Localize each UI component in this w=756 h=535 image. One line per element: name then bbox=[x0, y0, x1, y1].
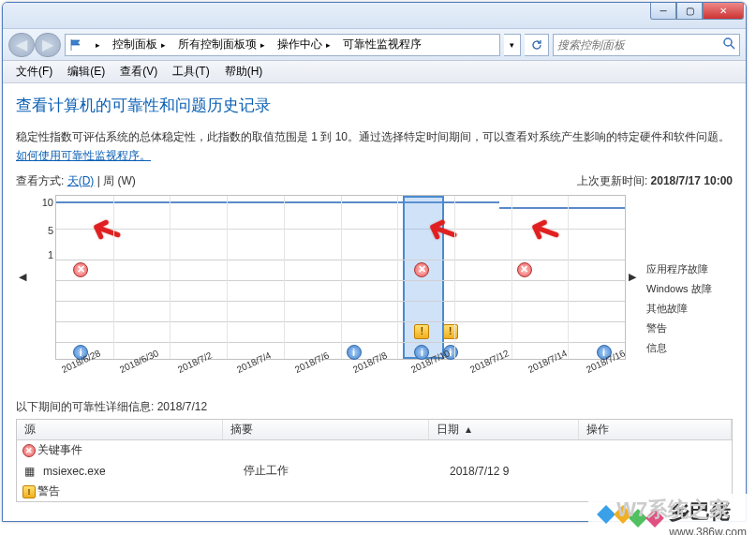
svg-point-0 bbox=[724, 38, 732, 46]
address-bar: ◀ ▶ ▸ 控制面板▸ 所有控制面板项▸ 操作中心▸ 可靠性监视程序 ▾ bbox=[3, 29, 746, 61]
close-button[interactable]: ✕ bbox=[703, 3, 744, 20]
menu-edit[interactable]: 编辑(E) bbox=[60, 62, 112, 82]
view-row: 查看方式: 天(D) | 周 (W) 上次更新时间: 2018/7/17 10:… bbox=[16, 173, 733, 189]
watermark: W7系统之家 乡巴佬 www.386w.com bbox=[588, 494, 756, 535]
menu-tools[interactable]: 工具(T) bbox=[165, 62, 216, 82]
breadcrumb-item[interactable]: 控制面板▸ bbox=[107, 35, 172, 55]
table-header[interactable]: 源 摘要 日期 ▴ 操作 bbox=[17, 420, 732, 440]
scroll-left[interactable]: ◀ bbox=[16, 195, 29, 360]
page-title: 查看计算机的可靠性和问题历史记录 bbox=[16, 95, 733, 116]
reliability-chart[interactable]: ✕ ✕ ✕ ! ! i i i i i ➜ bbox=[55, 195, 626, 360]
app-icon: ▦ bbox=[21, 465, 37, 478]
last-update: 上次更新时间: 2018/7/17 10:00 bbox=[577, 173, 733, 189]
content-area: 查看计算机的可靠性和问题历史记录 稳定性指数可评估系统的总体稳定性，此指数的取值… bbox=[3, 83, 746, 519]
warning-icon: ! bbox=[21, 485, 37, 498]
flag-icon bbox=[66, 38, 86, 52]
menu-view[interactable]: 查看(V) bbox=[112, 62, 165, 82]
details-header: 以下期间的可靠性详细信息: 2018/7/12 bbox=[16, 399, 733, 415]
warning-icon[interactable]: ! bbox=[414, 324, 429, 339]
refresh-button[interactable] bbox=[525, 34, 549, 56]
window-controls: ─ ▢ ✕ bbox=[650, 3, 744, 20]
warning-icon[interactable]: ! bbox=[443, 324, 458, 339]
col-date[interactable]: 日期 ▴ bbox=[429, 420, 579, 439]
address-dropdown[interactable]: ▾ bbox=[504, 34, 521, 56]
table-row[interactable]: ▦ msiexec.exe 停止工作 2018/7/12 9 bbox=[17, 461, 732, 482]
titlebar[interactable]: ─ ▢ ✕ bbox=[3, 3, 746, 29]
menu-help[interactable]: 帮助(H) bbox=[217, 62, 271, 82]
view-mode: 查看方式: 天(D) | 周 (W) bbox=[16, 173, 136, 189]
breadcrumb-item[interactable]: 所有控制面板项▸ bbox=[172, 35, 272, 55]
group-critical[interactable]: ✕ 关键事件 bbox=[17, 440, 732, 461]
table-body[interactable]: ✕ 关键事件 ▦ msiexec.exe 停止工作 2018/7/12 9 ! … bbox=[17, 440, 732, 501]
minimize-button[interactable]: ─ bbox=[650, 3, 676, 20]
row-labels: 应用程序故障 Windows 故障 其他故障 警告 信息 bbox=[639, 195, 733, 360]
annotation-arrow: ➜ bbox=[83, 204, 130, 259]
trend-line bbox=[499, 207, 625, 209]
x-axis: 2018/6/28 2018/6/30 2018/7/2 2018/7/4 20… bbox=[42, 360, 626, 388]
maximize-button[interactable]: ▢ bbox=[676, 3, 703, 20]
error-icon[interactable]: ✕ bbox=[73, 262, 88, 277]
y-axis: 10 5 1 bbox=[29, 195, 55, 360]
col-summary[interactable]: 摘要 bbox=[223, 420, 429, 439]
error-icon[interactable]: ✕ bbox=[414, 262, 429, 277]
info-icon[interactable]: i bbox=[347, 345, 362, 360]
breadcrumb-item[interactable]: ▸ bbox=[86, 35, 107, 55]
menu-bar: 文件(F) 编辑(E) 查看(V) 工具(T) 帮助(H) bbox=[3, 61, 746, 83]
breadcrumb-item[interactable]: 可靠性监视程序 bbox=[337, 35, 428, 55]
back-button[interactable]: ◀ bbox=[8, 33, 35, 57]
breadcrumb[interactable]: ▸ 控制面板▸ 所有控制面板项▸ 操作中心▸ 可靠性监视程序 bbox=[65, 34, 500, 56]
details-table: 源 摘要 日期 ▴ 操作 ✕ 关键事件 ▦ msiexec.exe 停止工作 2… bbox=[16, 419, 733, 502]
sort-indicator: ▴ bbox=[466, 423, 471, 436]
scroll-right[interactable]: ▶ bbox=[626, 195, 639, 360]
nav-buttons: ◀ ▶ bbox=[8, 33, 61, 57]
col-source[interactable]: 源 bbox=[17, 420, 223, 439]
page-description: 稳定性指数可评估系统的总体稳定性，此指数的取值范围是 1 到 10。通过选择特定… bbox=[16, 127, 733, 166]
col-action[interactable]: 操作 bbox=[579, 420, 732, 439]
window-frame: ─ ▢ ✕ ◀ ▶ ▸ 控制面板▸ 所有控制面板项▸ 操作中心▸ 可靠性监视程序… bbox=[2, 2, 747, 522]
view-day-link[interactable]: 天(D) bbox=[67, 174, 95, 187]
menu-file[interactable]: 文件(F) bbox=[8, 62, 60, 82]
error-icon[interactable]: ✕ bbox=[517, 262, 532, 277]
help-link[interactable]: 如何使用可靠性监视程序。 bbox=[16, 149, 151, 162]
search-icon[interactable] bbox=[722, 37, 735, 52]
chart-container: ◀ 10 5 1 ✕ ✕ ✕ bbox=[16, 195, 733, 360]
breadcrumb-item[interactable]: 操作中心▸ bbox=[272, 35, 337, 55]
view-week-link[interactable]: 周 (W) bbox=[103, 174, 136, 187]
search-input[interactable] bbox=[557, 38, 722, 52]
annotation-arrow: ➜ bbox=[521, 204, 568, 259]
error-icon: ✕ bbox=[21, 444, 37, 457]
search-box[interactable] bbox=[553, 34, 740, 56]
forward-button[interactable]: ▶ bbox=[35, 33, 61, 57]
